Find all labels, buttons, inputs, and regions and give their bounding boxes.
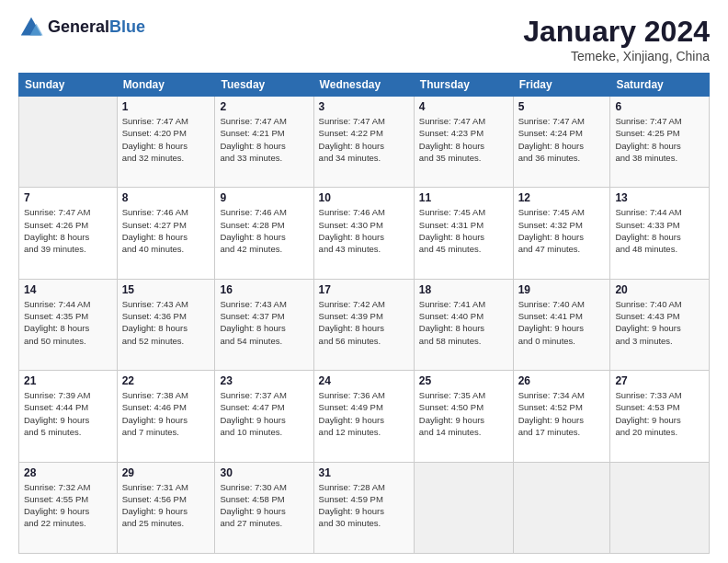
table-row: 13Sunrise: 7:44 AM Sunset: 4:33 PM Dayli… [610,188,710,279]
day-info: Sunrise: 7:43 AM Sunset: 4:37 PM Dayligh… [220,298,308,347]
calendar-week-row: 7Sunrise: 7:47 AM Sunset: 4:26 PM Daylig… [19,188,710,279]
table-row [414,462,513,553]
day-info: Sunrise: 7:46 AM Sunset: 4:27 PM Dayligh… [122,206,210,255]
day-number: 25 [419,374,508,387]
table-row: 26Sunrise: 7:34 AM Sunset: 4:52 PM Dayli… [513,371,610,462]
day-number: 2 [220,100,308,113]
day-number: 18 [419,283,508,296]
day-number: 9 [220,191,308,204]
day-info: Sunrise: 7:38 AM Sunset: 4:46 PM Dayligh… [122,389,210,438]
table-row: 10Sunrise: 7:46 AM Sunset: 4:30 PM Dayli… [313,188,414,279]
col-wednesday: Wednesday [313,74,414,97]
table-row: 31Sunrise: 7:28 AM Sunset: 4:59 PM Dayli… [313,462,414,553]
day-info: Sunrise: 7:34 AM Sunset: 4:52 PM Dayligh… [518,389,606,438]
table-row: 1Sunrise: 7:47 AM Sunset: 4:20 PM Daylig… [117,97,215,188]
day-info: Sunrise: 7:35 AM Sunset: 4:50 PM Dayligh… [419,389,508,438]
main-title: January 2024 [523,15,710,49]
logo: GeneralBlue [18,15,145,40]
day-info: Sunrise: 7:42 AM Sunset: 4:39 PM Dayligh… [319,298,409,347]
table-row: 30Sunrise: 7:30 AM Sunset: 4:58 PM Dayli… [215,462,313,553]
col-friday: Friday [513,74,610,97]
day-info: Sunrise: 7:46 AM Sunset: 4:28 PM Dayligh… [220,206,308,255]
table-row: 27Sunrise: 7:33 AM Sunset: 4:53 PM Dayli… [610,371,710,462]
day-info: Sunrise: 7:39 AM Sunset: 4:44 PM Dayligh… [24,389,112,438]
day-number: 24 [319,374,409,387]
header: GeneralBlue January 2024 Temeke, Xinjian… [18,15,710,63]
day-number: 19 [518,283,606,296]
day-info: Sunrise: 7:41 AM Sunset: 4:40 PM Dayligh… [419,298,508,347]
day-info: Sunrise: 7:44 AM Sunset: 4:33 PM Dayligh… [615,206,704,255]
table-row [610,462,710,553]
col-thursday: Thursday [414,74,513,97]
day-number: 14 [24,283,112,296]
day-info: Sunrise: 7:43 AM Sunset: 4:36 PM Dayligh… [122,298,210,347]
table-row: 20Sunrise: 7:40 AM Sunset: 4:43 PM Dayli… [610,279,710,370]
title-block: January 2024 Temeke, Xinjiang, China [523,15,710,63]
day-info: Sunrise: 7:30 AM Sunset: 4:58 PM Dayligh… [220,481,308,530]
table-row: 8Sunrise: 7:46 AM Sunset: 4:27 PM Daylig… [117,188,215,279]
table-row: 3Sunrise: 7:47 AM Sunset: 4:22 PM Daylig… [313,97,414,188]
day-number: 28 [24,466,112,479]
col-monday: Monday [117,74,215,97]
page: GeneralBlue January 2024 Temeke, Xinjian… [0,0,728,563]
table-row: 9Sunrise: 7:46 AM Sunset: 4:28 PM Daylig… [215,188,313,279]
table-row: 29Sunrise: 7:31 AM Sunset: 4:56 PM Dayli… [117,462,215,553]
day-info: Sunrise: 7:32 AM Sunset: 4:55 PM Dayligh… [24,481,112,530]
table-row: 6Sunrise: 7:47 AM Sunset: 4:25 PM Daylig… [610,97,710,188]
day-info: Sunrise: 7:46 AM Sunset: 4:30 PM Dayligh… [319,206,409,255]
table-row: 12Sunrise: 7:45 AM Sunset: 4:32 PM Dayli… [513,188,610,279]
table-row: 16Sunrise: 7:43 AM Sunset: 4:37 PM Dayli… [215,279,313,370]
day-number: 31 [319,466,409,479]
day-number: 15 [122,283,210,296]
day-number: 26 [518,374,606,387]
table-row: 25Sunrise: 7:35 AM Sunset: 4:50 PM Dayli… [414,371,513,462]
day-info: Sunrise: 7:33 AM Sunset: 4:53 PM Dayligh… [615,389,704,438]
day-info: Sunrise: 7:47 AM Sunset: 4:20 PM Dayligh… [122,115,210,164]
logo-icon [18,15,44,40]
table-row: 18Sunrise: 7:41 AM Sunset: 4:40 PM Dayli… [414,279,513,370]
table-row: 21Sunrise: 7:39 AM Sunset: 4:44 PM Dayli… [19,371,118,462]
day-info: Sunrise: 7:36 AM Sunset: 4:49 PM Dayligh… [319,389,409,438]
calendar-week-row: 1Sunrise: 7:47 AM Sunset: 4:20 PM Daylig… [19,97,710,188]
day-number: 3 [319,100,409,113]
day-info: Sunrise: 7:47 AM Sunset: 4:25 PM Dayligh… [615,115,704,164]
table-row: 14Sunrise: 7:44 AM Sunset: 4:35 PM Dayli… [19,279,118,370]
day-info: Sunrise: 7:28 AM Sunset: 4:59 PM Dayligh… [319,481,409,530]
day-number: 13 [615,191,704,204]
day-number: 20 [615,283,704,296]
table-row: 5Sunrise: 7:47 AM Sunset: 4:24 PM Daylig… [513,97,610,188]
table-row: 19Sunrise: 7:40 AM Sunset: 4:41 PM Dayli… [513,279,610,370]
day-info: Sunrise: 7:40 AM Sunset: 4:43 PM Dayligh… [615,298,704,347]
day-info: Sunrise: 7:31 AM Sunset: 4:56 PM Dayligh… [122,481,210,530]
day-info: Sunrise: 7:37 AM Sunset: 4:47 PM Dayligh… [220,389,308,438]
day-info: Sunrise: 7:47 AM Sunset: 4:24 PM Dayligh… [518,115,606,164]
day-number: 5 [518,100,606,113]
day-number: 17 [319,283,409,296]
day-info: Sunrise: 7:47 AM Sunset: 4:21 PM Dayligh… [220,115,308,164]
day-number: 16 [220,283,308,296]
table-row: 11Sunrise: 7:45 AM Sunset: 4:31 PM Dayli… [414,188,513,279]
day-info: Sunrise: 7:45 AM Sunset: 4:31 PM Dayligh… [419,206,508,255]
table-row: 7Sunrise: 7:47 AM Sunset: 4:26 PM Daylig… [19,188,118,279]
table-row: 4Sunrise: 7:47 AM Sunset: 4:23 PM Daylig… [414,97,513,188]
day-number: 11 [419,191,508,204]
col-sunday: Sunday [19,74,118,97]
day-info: Sunrise: 7:44 AM Sunset: 4:35 PM Dayligh… [24,298,112,347]
table-row: 23Sunrise: 7:37 AM Sunset: 4:47 PM Dayli… [215,371,313,462]
day-number: 29 [122,466,210,479]
day-info: Sunrise: 7:40 AM Sunset: 4:41 PM Dayligh… [518,298,606,347]
day-info: Sunrise: 7:45 AM Sunset: 4:32 PM Dayligh… [518,206,606,255]
day-info: Sunrise: 7:47 AM Sunset: 4:23 PM Dayligh… [419,115,508,164]
day-number: 27 [615,374,704,387]
day-number: 6 [615,100,704,113]
logo-text: GeneralBlue [48,18,145,37]
day-number: 8 [122,191,210,204]
day-number: 22 [122,374,210,387]
calendar-week-row: 21Sunrise: 7:39 AM Sunset: 4:44 PM Dayli… [19,371,710,462]
day-info: Sunrise: 7:47 AM Sunset: 4:26 PM Dayligh… [24,206,112,255]
col-tuesday: Tuesday [215,74,313,97]
calendar-week-row: 14Sunrise: 7:44 AM Sunset: 4:35 PM Dayli… [19,279,710,370]
calendar-week-row: 28Sunrise: 7:32 AM Sunset: 4:55 PM Dayli… [19,462,710,553]
day-info: Sunrise: 7:47 AM Sunset: 4:22 PM Dayligh… [319,115,409,164]
calendar-header-row: Sunday Monday Tuesday Wednesday Thursday… [19,74,710,97]
